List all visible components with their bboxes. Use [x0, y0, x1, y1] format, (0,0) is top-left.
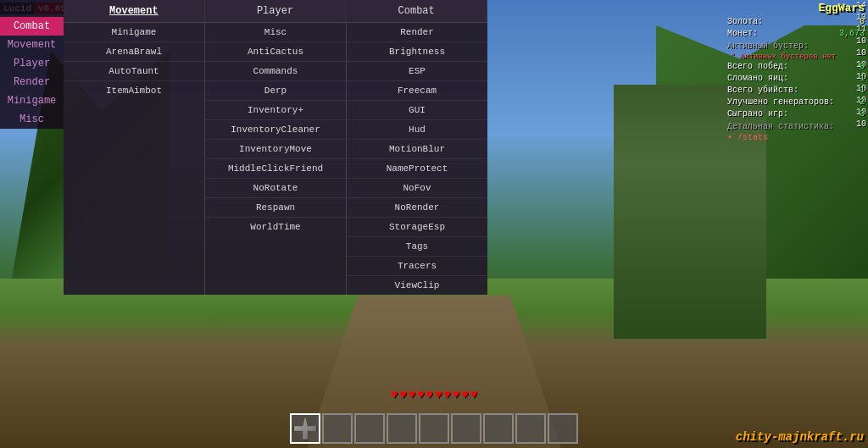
- hotbar-slot-8[interactable]: [515, 413, 546, 444]
- heart-icon: ♥: [443, 388, 450, 401]
- menu-item-misc[interactable]: Misc: [205, 23, 346, 42]
- menu-column-2: RenderBrightnessESPFreecamGUIHudMotionBl…: [347, 23, 487, 295]
- stat-label: Золота:: [727, 16, 763, 28]
- right-panel: EggWars Золота:0Монет:3,673Активный буст…: [724, 0, 868, 142]
- hotbar-slot-1[interactable]: [290, 413, 320, 444]
- game-stat-value: 3: [860, 108, 865, 120]
- watermark: chity-majnkraft.ru: [736, 430, 864, 444]
- detailed-stats-header: Детальная статистика:: [724, 120, 868, 133]
- sidebar-item-minigame[interactable]: Minigame: [0, 91, 64, 110]
- stats-command: • /stats: [724, 133, 868, 142]
- stat-label: Монет:: [727, 28, 758, 40]
- game-stat-value: 1: [860, 85, 865, 97]
- hotbar-slot-3[interactable]: [354, 413, 385, 444]
- sidebar-item-player[interactable]: Player: [0, 54, 64, 73]
- menu-tab-player[interactable]: Player: [205, 0, 347, 22]
- game-stat-line: Всего побед:0: [724, 61, 868, 73]
- menu-item-commands[interactable]: Commands: [205, 62, 346, 81]
- menu-item-arenabrawl[interactable]: ArenaBrawl: [64, 42, 204, 62]
- hotbar-slot-9[interactable]: [548, 413, 578, 444]
- hotbar-slot-2[interactable]: [322, 413, 353, 444]
- heart-icon: ♥: [399, 388, 406, 401]
- menu-item-brightness[interactable]: Brightness: [347, 42, 487, 62]
- heart-icon: ♥: [391, 388, 398, 401]
- sidebar-item-misc[interactable]: Misc: [0, 110, 64, 129]
- menu-item-tags[interactable]: Tags: [347, 237, 487, 257]
- hotbar-slot-7[interactable]: [483, 413, 514, 444]
- hotbar: [290, 413, 578, 444]
- sidebar-item-movement[interactable]: Movement: [0, 36, 64, 54]
- menu-item-anticactus[interactable]: AntiCactus: [205, 42, 346, 62]
- stat-value: 3,673: [839, 28, 865, 40]
- menu-item-storageesp[interactable]: StorageEsp: [347, 218, 487, 237]
- main-menu: MovementPlayerCombat MinigameArenaBrawlA…: [64, 0, 487, 295]
- menu-tab-combat[interactable]: Combat: [346, 0, 487, 22]
- sidebar-item-render[interactable]: Render: [0, 73, 64, 91]
- game-stat-value: 2: [860, 97, 865, 108]
- menu-column-1: MiscAntiCactusCommandsDerpInventory+Inve…: [205, 23, 347, 295]
- menu-item-inventorymove[interactable]: InventoryMove: [205, 140, 346, 159]
- heart-icon: ♥: [453, 388, 459, 401]
- eggwars-title: EggWars: [724, 0, 868, 16]
- menu-columns: MinigameArenaBrawlAutoTauntItemAimbotMis…: [64, 23, 487, 295]
- stat-value: 0: [860, 16, 865, 28]
- game-stat-value: 0: [860, 61, 865, 73]
- menu-item-respawn[interactable]: Respawn: [205, 198, 346, 218]
- menu-item-derp[interactable]: Derp: [205, 81, 346, 101]
- heart-icon: ♥: [470, 388, 477, 401]
- menu-tabs: MovementPlayerCombat: [64, 0, 487, 23]
- menu-item-hud[interactable]: Hud: [347, 120, 487, 140]
- menu-item-nofov[interactable]: NoFov: [347, 179, 487, 198]
- menu-item-nameprotect[interactable]: NameProtect: [347, 159, 487, 179]
- menu-item-tracers[interactable]: Tracers: [347, 257, 487, 276]
- sidebar-item-combat[interactable]: Combat: [0, 17, 64, 36]
- hotbar-slot-6[interactable]: [451, 413, 481, 444]
- menu-item-worldtime[interactable]: WorldTime: [205, 218, 346, 236]
- menu-item-middleclickfriend[interactable]: MiddleClickFriend: [205, 159, 346, 179]
- game-stat-label: Всего убийств:: [727, 85, 798, 97]
- game-stat-line: Сыграно игр:3: [724, 108, 868, 120]
- heart-icon: ♥: [435, 388, 442, 401]
- stat-line-: Монет:3,673: [724, 28, 868, 40]
- game-stat-label: Сломано яиц:: [727, 73, 788, 85]
- game-stat-label: Улучшено генераторов:: [727, 97, 834, 108]
- hotbar-slot-4[interactable]: [387, 413, 417, 444]
- menu-item-norotate[interactable]: NoRotate: [205, 179, 346, 198]
- menu-item-render[interactable]: Render: [347, 23, 487, 42]
- no-booster-text: * Активных бустеров нет: [724, 53, 868, 61]
- menu-item-freecam[interactable]: Freecam: [347, 81, 487, 101]
- menu-tab-movement[interactable]: Movement: [64, 0, 205, 22]
- game-stat-label: Сыграно игр:: [727, 108, 788, 120]
- game-stat-line: Всего убийств:1: [724, 85, 868, 97]
- heart-icon: ♥: [417, 388, 424, 401]
- menu-item-inventory-[interactable]: Inventory+: [205, 101, 346, 120]
- game-stat-value: 1: [860, 73, 865, 85]
- menu-item-autotaunt[interactable]: AutoTaunt: [64, 62, 204, 81]
- menu-item-inventorycleaner[interactable]: InventoryCleaner: [205, 120, 346, 140]
- game-stat-line: Сломано яиц:1: [724, 73, 868, 85]
- heart-icon: ♥: [461, 388, 468, 401]
- booster-header: Активный бустер:: [724, 40, 868, 53]
- menu-item-esp[interactable]: ESP: [347, 62, 487, 81]
- menu-column-0: MinigameArenaBrawlAutoTauntItemAimbot: [64, 23, 205, 295]
- game-stat-line: Улучшено генераторов:2: [724, 97, 868, 108]
- heart-icon: ♥: [426, 388, 433, 401]
- menu-item-itemaimbot[interactable]: ItemAimbot: [64, 81, 204, 100]
- sidebar: CombatMovementPlayerRenderMinigameMisc: [0, 0, 64, 129]
- menu-item-viewclip[interactable]: ViewClip: [347, 276, 487, 295]
- menu-item-minigame[interactable]: Minigame: [64, 23, 204, 42]
- game-stat-label: Всего побед:: [727, 61, 788, 73]
- hotbar-slot-5[interactable]: [419, 413, 449, 444]
- menu-item-gui[interactable]: GUI: [347, 101, 487, 120]
- menu-item-norender[interactable]: NoRender: [347, 198, 487, 218]
- stat-line-: Золота:0: [724, 16, 868, 28]
- sword-item: [293, 417, 317, 440]
- menu-item-motionblur[interactable]: MotionBlur: [347, 140, 487, 159]
- health-bar: ♥♥♥♥♥♥♥♥♥♥: [391, 388, 477, 401]
- heart-icon: ♥: [409, 388, 415, 401]
